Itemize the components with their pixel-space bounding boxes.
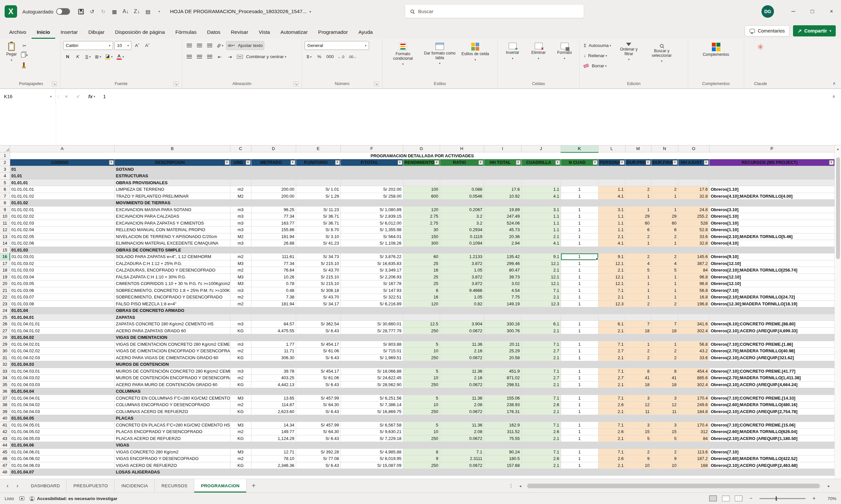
cell-A18[interactable]: 01.01.03.03 (10, 267, 114, 274)
cell-D18[interactable]: 76.64 (251, 267, 296, 274)
row-header-41[interactable]: 41 (0, 421, 10, 429)
cell-J14[interactable]: 4.1 (521, 240, 561, 247)
cell-P44[interactable] (709, 442, 835, 449)
cell-M19[interactable]: 1 (625, 273, 651, 281)
cell-K22[interactable]: 1 (561, 294, 598, 301)
cell-M25[interactable] (625, 314, 651, 321)
cell-M42[interactable]: 15 (625, 429, 651, 435)
scroll-up-icon[interactable]: ▲ (836, 145, 840, 153)
cell-E22[interactable]: S/ 43.70 (296, 294, 341, 301)
cell-G4[interactable] (403, 173, 440, 180)
cell-C42[interactable]: m2 (230, 429, 251, 435)
row-header-27[interactable]: 27 (0, 327, 10, 334)
column-header-C[interactable]: C (230, 145, 251, 152)
cell-E17[interactable]: S/ 215.10 (296, 260, 341, 267)
cell-C19[interactable]: M3 (230, 273, 251, 281)
cell-O16[interactable]: 145.6 (678, 253, 709, 260)
cell-K19[interactable]: 1 (561, 273, 598, 281)
cell-C26[interactable]: m3 (230, 321, 251, 328)
cell-E8[interactable] (296, 200, 341, 206)
horizontal-scroll-thumb[interactable] (527, 484, 820, 488)
cell-E10[interactable]: S/ 36.71 (296, 213, 341, 220)
cell-P20[interactable]: Obreros[12.10] (709, 281, 835, 287)
cell-I30[interactable]: 25.29 (484, 348, 521, 355)
cell-N31[interactable]: 2 (651, 354, 678, 361)
cell-A36[interactable]: 01.01.04.04 (10, 388, 114, 395)
cell-B34[interactable]: MUROS DE CONTENCIÓN ENCOFRADO Y DESENCOF… (114, 375, 230, 381)
cell-O12[interactable]: 52.8 (678, 227, 709, 233)
cell-N24[interactable] (651, 307, 678, 314)
cell-L23[interactable]: 12.3 (598, 301, 625, 307)
cell-J19[interactable]: 12.1 (521, 273, 561, 281)
cell-N40[interactable] (651, 415, 678, 422)
cell-L17[interactable]: 12.1 (598, 260, 625, 267)
zoom-in-button[interactable]: + (811, 496, 817, 501)
cell-N23[interactable]: 2 (651, 301, 678, 307)
cell-C41[interactable]: M3 (230, 421, 251, 429)
hscroll-right-icon[interactable]: ▸ (825, 484, 833, 488)
cell-F34[interactable]: S/ 24,622.45 (341, 375, 403, 381)
cell-L36[interactable] (598, 388, 625, 395)
cell-C35[interactable]: KG (230, 381, 251, 388)
cell-O3[interactable] (678, 166, 709, 173)
vertical-scrollbar[interactable]: ▲ (835, 145, 841, 479)
cell-H29[interactable]: 11.36 (440, 341, 484, 348)
cell-P37[interactable]: Obreros[7.10];CONCRETO PREME.[14.33] (709, 395, 835, 401)
cell-I19[interactable]: 39.73 (484, 273, 521, 281)
cell-K48[interactable] (561, 469, 598, 476)
cell-G18[interactable]: 16 (403, 267, 440, 274)
column-header-D[interactable]: D (251, 145, 296, 152)
row-header-42[interactable]: 42 (0, 429, 10, 435)
cell-E4[interactable] (296, 173, 341, 180)
cell-L33[interactable]: 7.1 (598, 368, 625, 375)
cell-F26[interactable]: S/ 30,660.01 (341, 321, 403, 328)
cell-J3[interactable] (521, 166, 561, 173)
copy-button[interactable]: ▾ (20, 51, 29, 59)
format-painter-button[interactable] (20, 60, 29, 69)
cell-N17[interactable]: 4 (651, 260, 678, 267)
cell-L29[interactable]: 7.1 (598, 341, 625, 348)
cell-J5[interactable] (521, 179, 561, 186)
cell-E12[interactable]: S/ 8.70 (296, 227, 341, 233)
cell-D28[interactable] (251, 334, 296, 341)
undo-button[interactable]: ↺ (87, 6, 97, 16)
cell-F45[interactable]: S/ 4,985.88 (341, 449, 403, 455)
normal-view-button[interactable] (709, 496, 717, 501)
cell-I10[interactable]: 247.49 (484, 213, 521, 220)
cell-D45[interactable]: 12.71 (251, 449, 296, 455)
cell-C37[interactable]: M3 (230, 395, 251, 401)
font-dialog-launcher[interactable]: ↘ (173, 82, 178, 86)
cell-P19[interactable]: Obreros[12.10] (709, 273, 835, 281)
cell-M41[interactable]: 3 (625, 421, 651, 429)
cell-A29[interactable]: 01.01.04.02.01 (10, 341, 114, 348)
cell-B14[interactable]: ELIMINACION MATERIAL EXCEDENTE C/MAQUINA (114, 240, 230, 247)
filter-button-J[interactable]: ▼ (555, 160, 560, 165)
column-header-M[interactable]: M (625, 145, 651, 152)
cell-C24[interactable] (230, 307, 251, 314)
cell-E44[interactable] (296, 442, 341, 449)
cell-B4[interactable]: ESTRUCTURAS (114, 173, 230, 180)
cell-M32[interactable] (625, 361, 651, 368)
ribbon-tab-archivo[interactable]: Archivo (4, 25, 32, 39)
cell-A11[interactable]: 01.01.02.03 (10, 220, 114, 227)
cell-O36[interactable] (678, 388, 709, 395)
cell-F14[interactable]: S/ 1,108.26 (341, 240, 403, 247)
cell-H45[interactable]: 7.1 (440, 449, 484, 455)
cell-H42[interactable]: 2.08 (440, 429, 484, 435)
cell-C15[interactable] (230, 247, 251, 253)
cell-D15[interactable] (251, 247, 296, 253)
ribbon-tab-disposici-n-de-p-gina[interactable]: Disposición de página (110, 25, 170, 39)
cell-L42[interactable]: 2.6 (598, 429, 625, 435)
cell-I47[interactable]: 157.68 (484, 462, 521, 469)
row-header-15[interactable]: 15 (0, 247, 10, 253)
cell-F41[interactable]: S/ 6,567.58 (341, 421, 403, 429)
cell-O9[interactable]: 24.8 (678, 206, 709, 213)
cell-O11[interactable]: 528 (678, 220, 709, 227)
row-header-36[interactable]: 36 (0, 388, 10, 395)
cell-D35[interactable]: 4,442.13 (251, 381, 296, 388)
cell-K17[interactable]: 1 (561, 260, 598, 267)
cell-D17[interactable]: 77.34 (251, 260, 296, 267)
cell-K13[interactable]: 1 (561, 233, 598, 240)
clear-button[interactable]: Borrar▾ (582, 61, 612, 70)
row-header-8[interactable]: 8 (0, 200, 10, 206)
